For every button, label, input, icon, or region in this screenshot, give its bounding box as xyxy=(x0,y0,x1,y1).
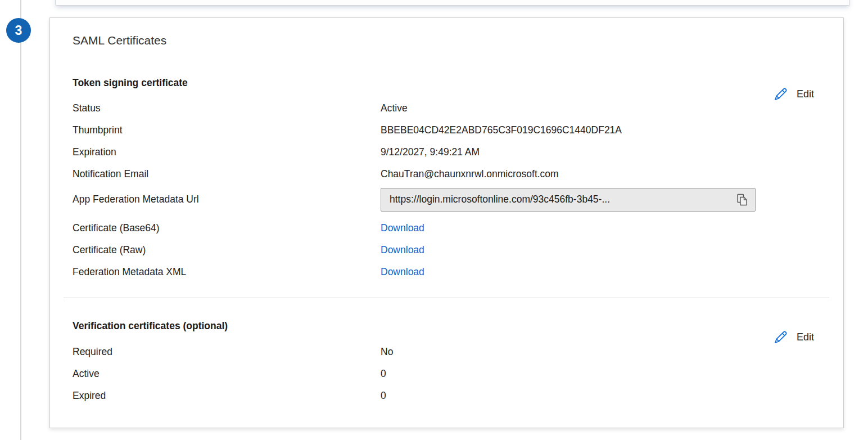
copy-icon[interactable] xyxy=(735,192,749,207)
active-value: 0 xyxy=(381,368,386,380)
verification-certificates-heading: Verification certificates (optional) xyxy=(73,319,228,333)
app-federation-metadata-url-label: App Federation Metadata Url xyxy=(73,194,381,205)
status-value: Active xyxy=(381,102,408,114)
app-federation-metadata-url-row: App Federation Metadata Url https://logi… xyxy=(73,185,821,214)
required-value: No xyxy=(381,346,393,358)
status-label: Status xyxy=(73,102,381,114)
previous-section-card-edge xyxy=(55,0,850,6)
expired-value: 0 xyxy=(381,390,386,402)
thumbprint-row: Thumbprint BBEBE04CD42E2ABD765C3F019C169… xyxy=(73,119,821,141)
notification-email-row: Notification Email ChauTran@chaunxnrwl.o… xyxy=(73,163,821,185)
saml-sso-configuration-page: 3 SAML Certificates Token signing certif… xyxy=(0,0,868,440)
download-federation-metadata-xml-link[interactable]: Download xyxy=(381,266,424,277)
active-label: Active xyxy=(73,368,381,380)
required-label: Required xyxy=(73,346,381,358)
federation-metadata-xml-label: Federation Metadata XML xyxy=(73,266,381,278)
thumbprint-label: Thumbprint xyxy=(73,124,381,136)
notification-email-label: Notification Email xyxy=(73,168,381,180)
download-certificate-raw-link[interactable]: Download xyxy=(381,244,424,255)
step-connector-line xyxy=(20,0,21,440)
certificate-raw-row: Certificate (Raw) Download xyxy=(73,239,821,261)
federation-metadata-xml-row: Federation Metadata XML Download xyxy=(73,261,821,283)
active-row: Active 0 xyxy=(73,363,821,385)
app-federation-metadata-url-value-cell: https://login.microsoftonline.com/93c456… xyxy=(381,188,756,212)
required-row: Required No xyxy=(73,341,821,363)
expiration-row: Expiration 9/12/2027, 9:49:21 AM xyxy=(73,141,821,163)
token-signing-certificate-heading: Token signing certificate xyxy=(73,76,188,89)
certificate-base64-row: Certificate (Base64) Download xyxy=(73,217,821,239)
app-federation-metadata-url-box[interactable]: https://login.microsoftonline.com/93c456… xyxy=(381,188,756,212)
download-certificate-base64-link[interactable]: Download xyxy=(381,222,424,234)
expired-row: Expired 0 xyxy=(73,385,821,407)
metadata-url-text[interactable]: https://login.microsoftonline.com/93c456… xyxy=(390,194,730,205)
card-title: SAML Certificates xyxy=(73,33,166,48)
notification-email-value: ChauTran@chaunxnrwl.onmicrosoft.com xyxy=(381,168,559,180)
token-signing-certificate-rows: Status Active Thumbprint BBEBE04CD42E2AB… xyxy=(73,97,821,283)
thumbprint-value: BBEBE04CD42E2ABD765C3F019C1696C1440DF21A xyxy=(381,124,622,136)
verification-certificates-rows: Required No Active 0 Expired 0 xyxy=(73,341,821,407)
expiration-label: Expiration xyxy=(73,146,381,158)
saml-certificates-card: SAML Certificates Token signing certific… xyxy=(49,17,844,428)
expiration-value: 9/12/2027, 9:49:21 AM xyxy=(381,146,480,158)
expired-label: Expired xyxy=(73,390,381,402)
certificate-base64-label: Certificate (Base64) xyxy=(73,222,381,234)
section-divider xyxy=(64,298,829,298)
status-row: Status Active xyxy=(73,97,821,119)
step-number-badge: 3 xyxy=(6,18,31,43)
certificate-raw-label: Certificate (Raw) xyxy=(73,244,381,256)
